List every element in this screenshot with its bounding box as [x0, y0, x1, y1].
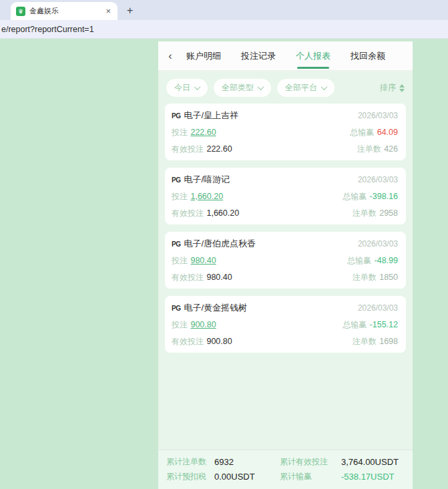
tab-account-detail[interactable]: 账户明细: [186, 41, 221, 71]
sort-button[interactable]: 排序: [380, 82, 405, 94]
report-card-list: PG 电子/皇上吉祥 2026/03/03 投注 222.60 总输赢 64.0…: [158, 104, 413, 450]
summary-value: 0.00USDT: [214, 472, 255, 482]
game-title: 电子/黄金摇钱树: [184, 302, 247, 314]
tab-close-icon[interactable]: ×: [104, 6, 112, 16]
game-title: 电子/唐伯虎点秋香: [184, 238, 256, 250]
summary-value: 6932: [214, 457, 234, 467]
panel-header: ‹ 账户明细 投注记录 个人报表 找回余额: [158, 41, 413, 71]
report-card: PG 电子/唐伯虎点秋香 2026/03/03 投注 980.40 总输赢 -4…: [165, 232, 406, 289]
tab-retrieve-balance[interactable]: 找回余额: [351, 41, 385, 71]
provider-pg-logo-icon: PG: [172, 112, 180, 120]
valid-bet-value: 1,660.20: [206, 208, 239, 218]
winloss-label: 总输赢: [350, 128, 374, 137]
report-card: PG 电子/嘻游记 2026/03/03 投注 1,660.20 总输赢 -39…: [165, 168, 406, 224]
game-title: 电子/嘻游记: [184, 174, 230, 186]
summary-label: 累计有效投注: [280, 456, 341, 468]
valid-bet-value: 900.80: [206, 337, 232, 346]
winloss-value: 64.09: [377, 128, 398, 137]
bet-amount-link[interactable]: 900.80: [190, 320, 216, 329]
game-title: 电子/皇上吉祥: [184, 110, 238, 122]
sort-arrows-icon: [399, 84, 405, 92]
summary-total-winloss: 累计输赢 -538.17USDT: [280, 471, 421, 482]
orders-value: 426: [384, 144, 398, 154]
tab-bet-records[interactable]: 投注记录: [241, 41, 276, 71]
tab-personal-report[interactable]: 个人报表: [296, 41, 330, 71]
screen: ♛ 金鑫娱乐 × + e/report?reportCurrent=1 ‹ 账户…: [0, 0, 448, 489]
orders-value: 1850: [379, 273, 398, 282]
back-chevron-icon[interactable]: ‹: [158, 50, 182, 62]
panel-tabs: 账户明细 投注记录 个人报表 找回余额: [182, 41, 385, 71]
browser-tab-title: 金鑫娱乐: [29, 6, 100, 16]
provider-pg-logo-icon: PG: [172, 240, 180, 248]
page-background: ‹ 账户明细 投注记录 个人报表 找回余额 今日 全部类型: [0, 39, 448, 489]
summary-total-orders: 累计注单数 6932: [166, 456, 280, 468]
card-date: 2026/03/03: [358, 175, 398, 184]
date-filter-dropdown[interactable]: 今日: [166, 79, 208, 97]
valid-bet-label: 有效投注: [172, 337, 204, 346]
orders-label: 注单数: [353, 273, 377, 282]
site-favicon-icon: ♛: [16, 7, 25, 16]
winloss-label: 总输赢: [343, 192, 367, 201]
summary-label: 累计预扣税: [166, 471, 214, 482]
bet-label: 投注: [172, 320, 188, 329]
summary-footer: 累计注单数 6932 累计有效投注 3,764.00USDT 累计预扣税 0.0…: [158, 450, 413, 489]
card-date: 2026/03/03: [358, 239, 398, 249]
summary-withholding-tax: 累计预扣税 0.00USDT: [166, 471, 280, 482]
summary-value: -538.17USDT: [341, 472, 394, 482]
winloss-value: -48.99: [375, 256, 398, 265]
chevron-down-icon: [194, 84, 201, 90]
type-filter-label: 全部类型: [222, 82, 254, 94]
new-tab-button[interactable]: +: [127, 5, 133, 17]
card-date: 2026/03/03: [358, 303, 398, 313]
valid-bet-value: 980.40: [206, 273, 232, 282]
winloss-value: -398.16: [370, 192, 398, 201]
valid-bet-label: 有效投注: [172, 273, 204, 282]
winloss-value: -155.12: [370, 320, 398, 329]
winloss-label: 总输赢: [347, 256, 371, 265]
card-date: 2026/03/03: [358, 111, 398, 120]
winloss-label: 总输赢: [343, 320, 367, 329]
chevron-down-icon: [258, 84, 264, 90]
orders-label: 注单数: [357, 144, 381, 154]
platform-filter-label: 全部平台: [285, 82, 317, 94]
bet-label: 投注: [172, 192, 188, 201]
report-panel: ‹ 账户明细 投注记录 个人报表 找回余额 今日 全部类型: [158, 41, 413, 489]
valid-bet-label: 有效投注: [172, 208, 204, 218]
sort-label: 排序: [380, 82, 396, 94]
bet-label: 投注: [172, 256, 188, 265]
valid-bet-label: 有效投注: [172, 144, 204, 154]
summary-label: 累计输赢: [280, 471, 341, 482]
browser-tab[interactable]: ♛ 金鑫娱乐 ×: [11, 2, 118, 20]
browser-tab-bar: ♛ 金鑫娱乐 × +: [0, 0, 448, 20]
date-filter-label: 今日: [174, 82, 190, 94]
chevron-down-icon: [321, 84, 328, 90]
bet-amount-link[interactable]: 222.60: [190, 128, 216, 137]
summary-label: 累计注单数: [166, 456, 214, 468]
orders-value: 2958: [379, 208, 398, 218]
summary-value: 3,764.00USDT: [341, 457, 399, 467]
orders-label: 注单数: [353, 337, 377, 346]
url-text: e/report?reportCurrent=1: [0, 25, 94, 34]
bet-label: 投注: [172, 128, 188, 137]
bet-amount-link[interactable]: 980.40: [190, 256, 216, 265]
summary-total-valid-bet: 累计有效投注 3,764.00USDT: [280, 456, 421, 468]
report-card: PG 电子/黄金摇钱树 2026/03/03 投注 900.80 总输赢 -15…: [165, 296, 406, 353]
platform-filter-dropdown[interactable]: 全部平台: [277, 79, 334, 97]
type-filter-dropdown[interactable]: 全部类型: [214, 79, 271, 97]
orders-value: 1698: [379, 337, 398, 346]
orders-label: 注单数: [353, 208, 377, 218]
valid-bet-value: 222.60: [206, 144, 232, 154]
provider-pg-logo-icon: PG: [172, 176, 180, 184]
bet-amount-link[interactable]: 1,660.20: [190, 192, 223, 201]
filter-row: 今日 全部类型 全部平台 排序: [158, 71, 413, 104]
provider-pg-logo-icon: PG: [172, 305, 180, 312]
report-card: PG 电子/皇上吉祥 2026/03/03 投注 222.60 总输赢 64.0…: [165, 104, 406, 160]
address-bar[interactable]: e/report?reportCurrent=1: [0, 20, 448, 39]
